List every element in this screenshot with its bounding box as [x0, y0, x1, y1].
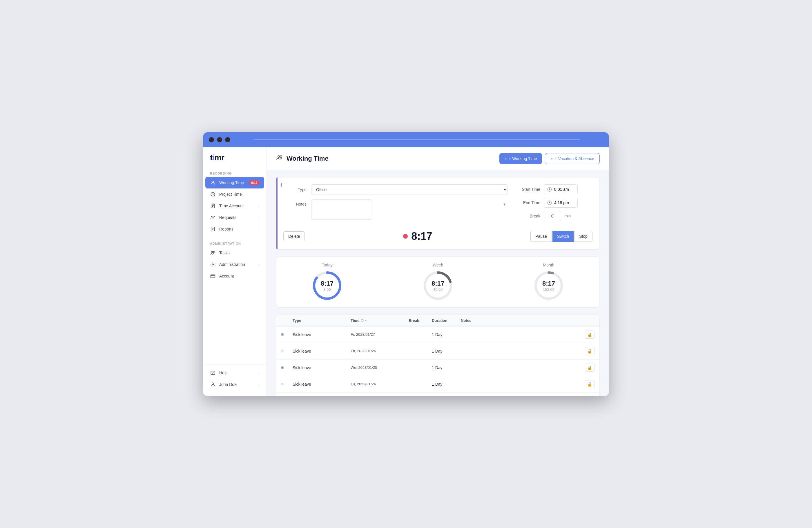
timer-bottom: Delete 8:17 Pause Switch Stop — [283, 230, 593, 243]
stat-month-period: Month — [543, 263, 554, 267]
notes-textarea[interactable] — [311, 200, 372, 220]
notes-dropdown-button[interactable]: ▾ — [504, 202, 506, 206]
delete-button[interactable]: Delete — [283, 231, 305, 241]
end-time-row: End Time 🕐 — [517, 198, 593, 208]
stat-month: Month 8:17 152:00 — [533, 263, 565, 302]
vacation-absence-label: + Vacation & Absence — [555, 156, 594, 161]
type-select[interactable]: Office — [311, 185, 508, 195]
switch-button[interactable]: Switch — [552, 231, 574, 242]
type-label: Type — [289, 187, 306, 192]
break-unit: min — [565, 214, 571, 218]
sidebar-item-account[interactable]: Account — [203, 270, 266, 282]
end-time-input[interactable] — [554, 200, 575, 205]
help-label: Help — [219, 370, 228, 375]
row-actions-0: 🔒 — [577, 331, 595, 339]
svg-point-13 — [280, 156, 282, 158]
timer-recording-dot — [403, 234, 408, 239]
add-working-time-button[interactable]: + + Working Time — [499, 153, 542, 164]
stat-week-center: 8:17 40:00 — [432, 279, 444, 291]
time-sort-icon[interactable]: ⏱ ▾ — [361, 318, 366, 322]
tl-green — [225, 137, 230, 142]
timer-form-left: Type Office Notes ▾ — [289, 185, 508, 225]
administration-chevron: › — [258, 263, 260, 266]
row-lock-button-0[interactable]: 🔒 — [585, 331, 595, 339]
stats-row: Today 8:17 8:00 — [276, 256, 600, 308]
timer-card: ℹ Type Office Notes — [276, 177, 600, 250]
tl-yellow — [217, 137, 222, 142]
titlebar — [203, 132, 609, 147]
row-menu-icon-2: ≡ — [281, 365, 293, 370]
traffic-lights — [209, 137, 230, 142]
pause-button[interactable]: Pause — [531, 231, 552, 242]
john-doe-chevron: › — [258, 383, 260, 386]
svg-point-6 — [212, 251, 213, 252]
tasks-icon — [210, 250, 216, 256]
stat-month-target: 152:00 — [542, 287, 555, 291]
row-lock-button-1[interactable]: 🔒 — [585, 347, 595, 355]
sidebar-item-project-time[interactable]: Project Time — [203, 189, 266, 200]
tl-red — [209, 137, 214, 142]
time-col-label: Time — [351, 318, 359, 323]
sidebar-item-administration[interactable]: Administration › — [203, 259, 266, 270]
break-input[interactable] — [544, 211, 561, 221]
svg-point-3 — [212, 216, 213, 217]
working-time-badge: 8:17 — [249, 180, 260, 185]
administration-label: Administration — [219, 262, 245, 267]
user-icon — [210, 382, 216, 387]
main-content: ℹ Type Office Notes — [267, 170, 609, 396]
table-row: ≡ Sick leave We, 2023/01/25 1 Day 🔒 — [276, 360, 599, 376]
sidebar-item-john-doe[interactable]: John Doe › — [203, 379, 266, 390]
row-type-3: Sick leave — [293, 382, 351, 386]
time-account-chevron: › — [258, 204, 260, 208]
titlebar-line — [253, 140, 580, 140]
start-time-row: Start Time 🕐 — [517, 185, 593, 194]
row-duration-3: 1 Day — [432, 382, 461, 386]
row-menu-icon-0: ≡ — [281, 332, 293, 337]
project-time-label: Project Time — [219, 192, 242, 196]
time-account-icon — [210, 203, 216, 209]
table-header: Type Time ⏱ ▾ Break Duration — [276, 315, 599, 326]
timer-form-right: Start Time 🕐 End Time 🕐 — [517, 185, 593, 225]
working-time-icon — [210, 180, 216, 186]
row-actions-3: 🔒 — [577, 380, 595, 388]
account-icon — [210, 273, 216, 279]
row-duration-1: 1 Day — [432, 349, 461, 353]
start-time-input-wrapper: 🕐 — [544, 185, 578, 194]
stat-today: Today 8:17 8:00 — [311, 263, 343, 302]
stop-button[interactable]: Stop — [574, 231, 593, 242]
reports-chevron: › — [258, 227, 260, 231]
table-row: ≡ Sick leave Mo, 2023/01/23 1 Day 🔒 — [276, 393, 599, 396]
stat-week-period: Week — [433, 263, 443, 267]
stat-month-circle: 8:17 152:00 — [533, 270, 565, 302]
row-menu-icon-3: ≡ — [281, 382, 293, 387]
header-left: Working Time — [276, 154, 329, 163]
row-time-1: Th, 2023/01/26 — [351, 349, 409, 353]
start-time-input[interactable] — [554, 187, 575, 192]
sidebar-item-time-account[interactable]: Time Account › — [203, 200, 266, 212]
header-actions: + + Working Time + + Vacation & Absence — [499, 153, 600, 164]
timer-display: 8:17 — [403, 230, 432, 243]
sidebar-item-reports[interactable]: Reports › — [203, 223, 266, 235]
row-lock-button-3[interactable]: 🔒 — [585, 380, 595, 388]
sidebar-item-working-time[interactable]: Working Time 8:17 — [205, 177, 264, 189]
sidebar-item-tasks[interactable]: Tasks — [203, 247, 266, 259]
row-lock-button-2[interactable]: 🔒 — [585, 364, 595, 372]
end-time-input-wrapper: 🕐 — [544, 198, 578, 208]
app-body: timr RECORDING Working Time 8:17 Project… — [203, 147, 609, 396]
col-icon-header — [281, 318, 293, 323]
sidebar-item-help[interactable]: Help › — [203, 367, 266, 379]
start-time-label: Start Time — [517, 187, 540, 192]
sidebar-item-requests[interactable]: Requests › — [203, 212, 266, 223]
administration-icon — [210, 262, 216, 267]
stat-today-value: 8:17 — [321, 279, 334, 287]
table-row: ≡ Sick leave Tu, 2023/01/24 1 Day 🔒 — [276, 376, 599, 393]
working-time-label: Working Time — [219, 180, 244, 185]
account-label: Account — [219, 274, 234, 278]
row-duration-2: 1 Day — [432, 365, 461, 370]
timer-value: 8:17 — [411, 230, 432, 243]
type-row: Type Office — [289, 185, 508, 195]
timer-form: Type Office Notes ▾ — [289, 185, 593, 225]
add-vacation-button[interactable]: + + Vacation & Absence — [545, 153, 600, 164]
stat-today-circle: 8:17 8:00 — [311, 270, 343, 302]
break-row: Break min — [517, 211, 593, 221]
